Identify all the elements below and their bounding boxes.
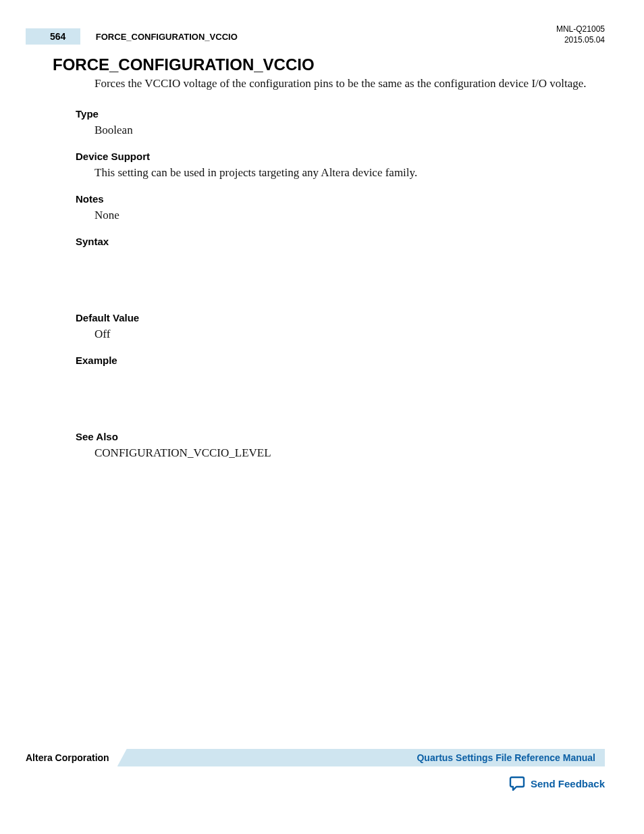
running-title: FORCE_CONFIGURATION_VCCIO [96,32,238,42]
see-also-label: See Also [76,431,597,442]
example-label: Example [76,355,597,366]
syntax-label: Syntax [76,236,597,247]
page-footer: Altera Corporation Quartus Settings File… [26,749,605,791]
content-body: Forces the VCCIO voltage of the configur… [76,76,597,473]
page-header: 564 FORCE_CONFIGURATION_VCCIO MNL-Q21005… [26,28,605,49]
footer-company: Altera Corporation [26,752,109,763]
document-id: MNL-Q21005 [556,24,605,35]
type-value: Boolean [95,124,597,137]
page-number-tab: 564 [26,28,80,45]
document-date: 2015.05.04 [556,35,605,46]
page-title: FORCE_CONFIGURATION_VCCIO [53,55,315,74]
notes-value: None [95,209,597,222]
device-support-value: This setting can be used in projects tar… [95,166,597,180]
default-value-value: Off [95,328,597,341]
manual-link[interactable]: Quartus Settings File Reference Manual [417,752,595,763]
notes-label: Notes [76,193,597,205]
footer-bar: Altera Corporation Quartus Settings File… [26,749,605,766]
default-value-label: Default Value [76,312,597,323]
footer-ribbon: Quartus Settings File Reference Manual [117,749,605,766]
speech-bubble-icon [509,776,525,791]
feedback-row: Send Feedback [26,776,605,791]
description-text: Forces the VCCIO voltage of the configur… [95,76,597,92]
device-support-label: Device Support [76,151,597,162]
type-label: Type [76,108,597,120]
send-feedback-link[interactable]: Send Feedback [531,778,605,789]
document-id-block: MNL-Q21005 2015.05.04 [556,24,605,45]
see-also-value: CONFIGURATION_VCCIO_LEVEL [95,446,597,460]
